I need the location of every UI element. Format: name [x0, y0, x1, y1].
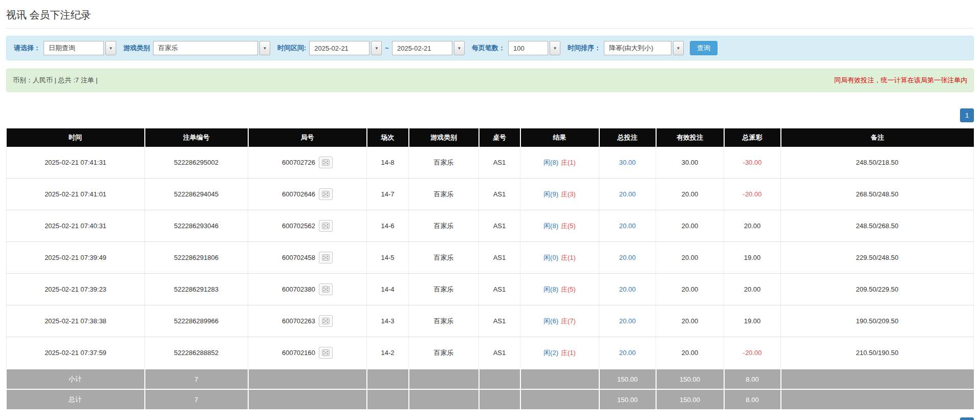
- round-replay-button[interactable]: [319, 283, 333, 295]
- cell-bet-id: 522286291283: [145, 274, 248, 305]
- dice-icon: [322, 159, 330, 166]
- header-note: 备注: [781, 128, 974, 147]
- caret-down-icon[interactable]: ▼: [371, 41, 382, 55]
- result-banker: 庄(1): [561, 254, 576, 261]
- result-player: 闲(6): [543, 317, 558, 325]
- subtotal-payout: 8.00: [724, 369, 781, 389]
- date-range-label: 时间区间:: [277, 43, 306, 53]
- table-row: 2025-02-21 07:39:49 522286291806 6007024…: [7, 242, 974, 274]
- cell-payout: -20.00: [724, 337, 781, 369]
- caret-down-icon[interactable]: ▼: [550, 41, 560, 55]
- table-header-row: 时间 注单编号 局号 场次 游戏类别 桌号 结果 总投注 有效投注 总派彩 备注: [7, 128, 974, 147]
- cell-valid-bet: 20.00: [656, 337, 724, 369]
- page-title: 视讯 会员下注纪录: [6, 5, 974, 29]
- cell-table-no: AS1: [479, 242, 520, 274]
- cell-table-no: AS1: [479, 337, 520, 369]
- header-round: 局号: [248, 128, 367, 147]
- dice-icon: [322, 318, 330, 324]
- cell-note: 210.50/190.50: [781, 337, 974, 369]
- cell-note: 190.50/209.50: [781, 305, 974, 337]
- round-replay-button[interactable]: [319, 347, 333, 359]
- cell-note: 248.50/268.50: [781, 210, 974, 242]
- cell-game-type: 百家乐: [409, 337, 479, 369]
- footer-empty-cell: [367, 369, 409, 389]
- cell-total-bet: 30.00: [599, 147, 656, 179]
- cell-result: 闲(8)庄(5): [520, 210, 599, 242]
- query-type-select[interactable]: 日期查询 ▼: [43, 41, 116, 55]
- round-replay-button[interactable]: [319, 157, 333, 168]
- footer-empty-cell: [409, 389, 479, 409]
- round-replay-button[interactable]: [319, 252, 333, 263]
- cell-game-type: 百家乐: [409, 274, 479, 305]
- cell-total-bet: 20.00: [599, 179, 656, 210]
- sort-order-select[interactable]: 降幂(由大到小) ▼: [604, 41, 684, 55]
- cell-table-no: AS1: [479, 147, 520, 179]
- caret-down-icon[interactable]: ▼: [105, 41, 116, 55]
- cell-total-bet: 20.00: [599, 337, 656, 369]
- cell-note: 229.50/248.50: [781, 242, 974, 274]
- round-replay-button[interactable]: [319, 220, 333, 232]
- caret-down-icon[interactable]: ▼: [673, 41, 684, 55]
- page-size-select[interactable]: 100 ▼: [508, 41, 560, 55]
- cell-bet-id: 522286293046: [145, 210, 248, 242]
- cell-valid-bet: 30.00: [656, 147, 724, 179]
- summary-notice: 同局有效投注，统一计算在该局第一张注单内: [834, 76, 967, 85]
- cell-bet-id: 522286294045: [145, 179, 248, 210]
- caret-down-icon[interactable]: ▼: [454, 41, 465, 55]
- table-row: 2025-02-21 07:39:23 522286291283 6007023…: [7, 274, 974, 305]
- cell-game-type: 百家乐: [409, 242, 479, 274]
- cell-result: 闲(8)庄(5): [520, 274, 599, 305]
- cell-time: 2025-02-21 07:39:49: [7, 242, 145, 274]
- round-number: 600702458: [282, 254, 315, 261]
- cell-game-type: 百家乐: [409, 210, 479, 242]
- cell-payout: 20.00: [724, 210, 781, 242]
- cell-note: 209.50/229.50: [781, 274, 974, 305]
- round-number: 600702562: [282, 222, 315, 230]
- search-button[interactable]: 查询: [690, 41, 717, 55]
- date-from-picker[interactable]: 2025-02-21 ▼: [309, 41, 382, 55]
- header-session: 场次: [367, 128, 409, 147]
- footer-empty-cell: [520, 369, 599, 389]
- cell-time: 2025-02-21 07:37:59: [7, 337, 145, 369]
- pagination-bottom: 1: [6, 417, 974, 420]
- filter-bar: 请选择： 日期查询 ▼ 游戏类别 百家乐 ▼ 时间区间: 2025-02-21 …: [6, 36, 974, 60]
- page-size-label: 每页笔数：: [472, 43, 505, 53]
- subtotal-total-bet: 150.00: [599, 369, 656, 389]
- cell-time: 2025-02-21 07:41:01: [7, 179, 145, 210]
- date-to-picker[interactable]: 2025-02-21 ▼: [392, 41, 465, 55]
- table-body: 2025-02-21 07:41:31 522286295002 6007027…: [7, 147, 974, 369]
- game-type-label: 游戏类别: [123, 43, 150, 53]
- cell-result: 闲(0)庄(1): [520, 242, 599, 274]
- bet-records-table: 时间 注单编号 局号 场次 游戏类别 桌号 结果 总投注 有效投注 总派彩 备注…: [6, 128, 974, 409]
- round-number: 600702646: [282, 190, 315, 198]
- result-banker: 庄(7): [561, 317, 576, 325]
- cell-round: 600702458: [248, 242, 367, 274]
- cell-bet-id: 522286291806: [145, 242, 248, 274]
- date-range-separator: ~: [385, 45, 389, 52]
- cell-total-bet: 20.00: [599, 242, 656, 274]
- cell-result: 闲(2)庄(1): [520, 337, 599, 369]
- caret-down-icon[interactable]: ▼: [259, 41, 270, 55]
- subtotal-valid-bet: 150.00: [656, 369, 724, 389]
- cell-session: 14-8: [367, 147, 409, 179]
- dice-icon: [322, 254, 330, 261]
- footer-empty-cell: [479, 389, 520, 409]
- page-1-button[interactable]: 1: [960, 417, 974, 420]
- header-time: 时间: [7, 128, 145, 147]
- cell-session: 14-2: [367, 337, 409, 369]
- game-type-select[interactable]: 百家乐 ▼: [153, 41, 270, 55]
- total-count: 7: [145, 389, 248, 409]
- cell-time: 2025-02-21 07:39:23: [7, 274, 145, 305]
- dice-icon: [322, 286, 330, 293]
- query-type-label: 请选择：: [14, 43, 40, 53]
- cell-time: 2025-02-21 07:41:31: [7, 147, 145, 179]
- result-player: 闲(0): [543, 254, 558, 261]
- round-replay-button[interactable]: [319, 188, 333, 200]
- cell-payout: -30.00: [724, 147, 781, 179]
- cell-result: 闲(9)庄(3): [520, 179, 599, 210]
- footer-empty-cell: [479, 369, 520, 389]
- round-replay-button[interactable]: [319, 315, 333, 327]
- round-number: 600702726: [282, 159, 315, 166]
- page-1-button[interactable]: 1: [960, 108, 974, 122]
- table-row: 2025-02-21 07:41:31 522286295002 6007027…: [7, 147, 974, 179]
